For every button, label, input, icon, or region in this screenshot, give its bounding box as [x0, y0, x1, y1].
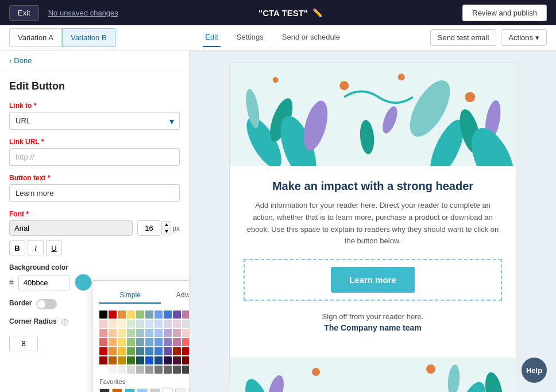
font-size-down-button[interactable]: ▼ [161, 228, 171, 235]
color-cell[interactable] [155, 338, 163, 346]
favorite-color-cell[interactable] [175, 389, 186, 392]
color-cell[interactable] [145, 311, 153, 319]
color-cell[interactable] [173, 356, 181, 364]
favorite-color-cell[interactable] [137, 389, 148, 392]
color-cell[interactable] [109, 311, 117, 319]
color-cell[interactable] [145, 338, 153, 346]
color-cell[interactable] [127, 356, 135, 364]
review-publish-button[interactable]: Review and publish [462, 5, 547, 21]
color-cell[interactable] [173, 329, 181, 337]
color-cell[interactable] [173, 366, 181, 374]
color-cell[interactable] [99, 356, 107, 364]
color-cell[interactable] [109, 338, 117, 346]
color-cell[interactable] [118, 356, 126, 364]
color-cell[interactable] [118, 329, 126, 337]
color-cell[interactable] [99, 366, 107, 374]
corner-radius-input[interactable] [9, 336, 38, 351]
color-cell[interactable] [164, 320, 172, 328]
color-cell[interactable] [127, 338, 135, 346]
variation-b-tab[interactable]: Variation B [62, 28, 115, 47]
color-cell[interactable] [173, 311, 181, 319]
color-cell[interactable] [118, 338, 126, 346]
color-cell[interactable] [118, 347, 126, 355]
color-cell[interactable] [99, 311, 107, 319]
color-cell[interactable] [182, 311, 190, 319]
color-cell[interactable] [109, 356, 117, 364]
color-cell[interactable] [109, 366, 117, 374]
color-cell[interactable] [127, 347, 135, 355]
color-cell[interactable] [155, 347, 163, 355]
color-cell[interactable] [164, 311, 172, 319]
done-link[interactable]: ‹ Done [0, 51, 189, 71]
button-text-input[interactable] [9, 184, 180, 202]
color-cell[interactable] [164, 338, 172, 346]
color-cell[interactable] [118, 366, 126, 374]
color-cell[interactable] [182, 356, 190, 364]
color-cell[interactable] [173, 347, 181, 355]
exit-button[interactable]: Exit [9, 5, 39, 21]
color-cell[interactable] [99, 338, 107, 346]
color-cell[interactable] [136, 311, 144, 319]
favorite-color-cell[interactable] [99, 389, 110, 392]
color-cell[interactable] [118, 311, 126, 319]
send-test-button[interactable]: Send test email [430, 29, 497, 46]
link-to-select[interactable]: URL Email Phone [9, 112, 180, 130]
variation-a-tab[interactable]: Variation A [9, 28, 62, 47]
color-cell[interactable] [127, 320, 135, 328]
bg-color-hex-input[interactable] [18, 275, 70, 290]
color-cell[interactable] [182, 366, 190, 374]
italic-button[interactable]: I [28, 240, 44, 255]
color-cell[interactable] [109, 347, 117, 355]
color-cell[interactable] [155, 311, 163, 319]
color-cell[interactable] [145, 347, 153, 355]
color-cell[interactable] [145, 329, 153, 337]
color-cell[interactable] [145, 320, 153, 328]
edit-title-icon[interactable]: ✏️ [312, 8, 322, 17]
color-cell[interactable] [118, 320, 126, 328]
info-icon[interactable]: ⓘ [61, 318, 68, 328]
color-cell[interactable] [136, 320, 144, 328]
favorite-color-cell[interactable] [188, 389, 190, 392]
color-cell[interactable] [136, 329, 144, 337]
color-cell[interactable] [173, 338, 181, 346]
tab-edit[interactable]: Edit [203, 28, 220, 47]
color-cell[interactable] [109, 329, 117, 337]
color-cell[interactable] [155, 356, 163, 364]
color-cell[interactable] [127, 366, 135, 374]
color-cell[interactable] [99, 329, 107, 337]
color-cell[interactable] [145, 356, 153, 364]
favorite-color-cell[interactable] [125, 389, 135, 392]
color-cell[interactable] [182, 320, 190, 328]
color-cell[interactable] [136, 366, 144, 374]
color-cell[interactable] [164, 356, 172, 364]
color-cell[interactable] [127, 329, 135, 337]
color-cell[interactable] [164, 347, 172, 355]
color-cell[interactable] [182, 329, 190, 337]
color-cell[interactable] [136, 347, 144, 355]
favorite-color-cell[interactable] [150, 389, 160, 392]
color-cell[interactable] [136, 356, 144, 364]
cta-button[interactable]: Learn more [331, 267, 415, 293]
color-cell[interactable] [173, 320, 181, 328]
color-cell[interactable] [182, 338, 190, 346]
color-cell[interactable] [164, 329, 172, 337]
bold-button[interactable]: B [9, 240, 25, 255]
favorite-color-cell[interactable] [112, 389, 122, 392]
color-cell[interactable] [145, 366, 153, 374]
tab-send-schedule[interactable]: Send or schedule [280, 28, 342, 47]
color-cell[interactable] [109, 320, 117, 328]
color-cell[interactable] [164, 366, 172, 374]
color-cell[interactable] [136, 338, 144, 346]
color-cell[interactable] [155, 329, 163, 337]
help-button[interactable]: Help [522, 358, 547, 383]
border-toggle[interactable] [36, 299, 57, 309]
link-url-input[interactable] [9, 148, 180, 166]
color-cell[interactable] [127, 311, 135, 319]
picker-tab-advanced[interactable]: Advanced [161, 288, 190, 304]
actions-button[interactable]: Actions ▾ [501, 29, 547, 46]
underline-button[interactable]: U [46, 240, 62, 255]
color-swatch[interactable] [75, 274, 92, 291]
color-cell[interactable] [155, 366, 163, 374]
favorite-color-cell[interactable] [163, 389, 173, 392]
font-select[interactable]: Arial Helvetica Times New Roman [9, 220, 133, 236]
